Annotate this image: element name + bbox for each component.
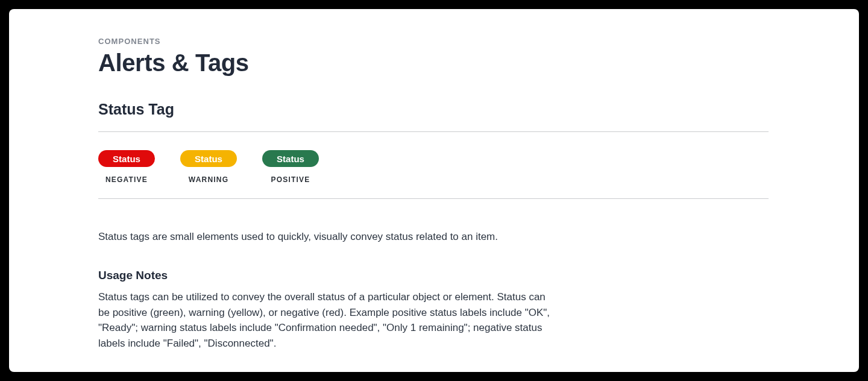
section-description: Status tags are small elements used to q…: [98, 229, 769, 245]
status-tag-warning: Status: [180, 150, 237, 167]
status-tag-negative: Status: [98, 150, 155, 167]
status-tag-label-negative: NEGATIVE: [105, 175, 148, 184]
status-tag-label-positive: POSITIVE: [271, 175, 310, 184]
page-title: Alerts & Tags: [98, 49, 769, 77]
usage-notes-body: Status tags can be utilized to convey th…: [98, 289, 556, 351]
doc-page: COMPONENTS Alerts & Tags Status Tag Stat…: [9, 9, 859, 372]
status-tag-example-warning: Status WARNING: [180, 150, 237, 184]
status-tag-example-negative: Status NEGATIVE: [98, 150, 155, 184]
status-tag-example-positive: Status POSITIVE: [262, 150, 319, 184]
status-tag-label-warning: WARNING: [189, 175, 228, 184]
status-tag-positive: Status: [262, 150, 319, 167]
section-title: Status Tag: [98, 101, 769, 118]
status-tag-examples: Status NEGATIVE Status WARNING Status PO…: [98, 132, 769, 198]
eyebrow: COMPONENTS: [98, 37, 769, 46]
usage-notes-title: Usage Notes: [98, 269, 769, 282]
divider: [98, 198, 769, 199]
